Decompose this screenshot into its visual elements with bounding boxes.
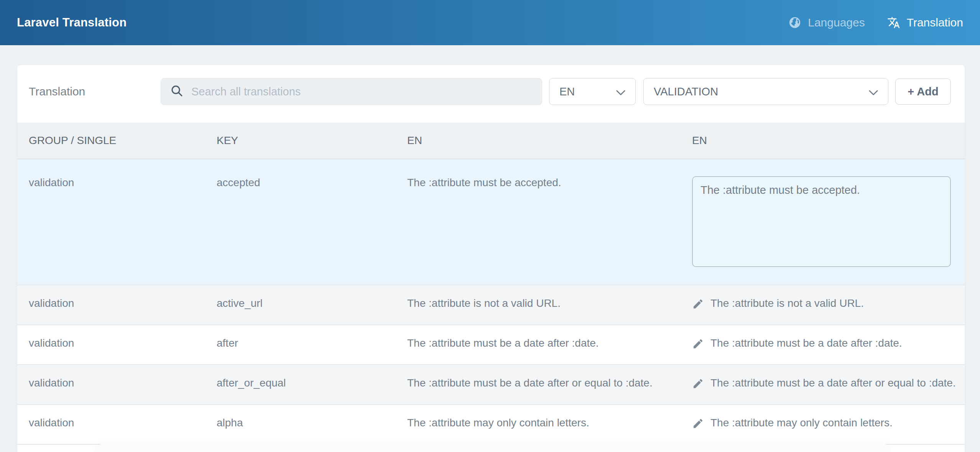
translate-icon: [887, 16, 900, 29]
pencil-icon[interactable]: [692, 378, 704, 393]
add-button[interactable]: + Add: [895, 79, 951, 105]
nav-link-label: Languages: [808, 16, 865, 29]
header-source-lang: EN: [396, 123, 681, 159]
cell-source[interactable]: The :attribute must be a date after or e…: [396, 365, 681, 405]
table-row[interactable]: validation active_url The :attribute is …: [17, 285, 965, 325]
cell-group[interactable]: validation: [17, 325, 205, 365]
cell-source[interactable]: The :attribute is not a valid URL.: [396, 285, 681, 325]
table-body: validation accepted The :attribute must …: [17, 159, 965, 444]
cell-key[interactable]: after_or_equal: [205, 365, 396, 405]
search-icon: [170, 84, 184, 99]
translation-view[interactable]: The :attribute is not a valid URL.: [692, 297, 965, 313]
search-box[interactable]: [161, 78, 542, 105]
translation-textarea[interactable]: [692, 176, 951, 267]
toolbar: Translation EN VALIDATION + Add: [17, 65, 965, 123]
navbar: Laravel Translation Languages Translatio…: [0, 0, 980, 45]
cell-group[interactable]: validation: [17, 365, 205, 405]
translations-table: GROUP / SINGLE KEY EN EN validation acce…: [17, 123, 965, 445]
header-group-single: GROUP / SINGLE: [17, 123, 205, 159]
translation-text: The :attribute must be a date after or e…: [710, 377, 956, 390]
table-row[interactable]: validation after The :attribute must be …: [17, 325, 965, 365]
table-header-row: GROUP / SINGLE KEY EN EN: [17, 123, 965, 159]
language-select[interactable]: EN: [549, 78, 636, 105]
pencil-icon[interactable]: [692, 298, 704, 313]
pencil-icon[interactable]: [692, 418, 704, 432]
translation-view[interactable]: The :attribute must be a date after :dat…: [692, 337, 965, 353]
nav-link-translation[interactable]: Translation: [887, 16, 963, 29]
cell-group[interactable]: validation: [17, 285, 205, 325]
add-button-label: + Add: [908, 85, 938, 98]
translation-view[interactable]: The :attribute must be a date after or e…: [692, 377, 965, 393]
app-title: Laravel Translation: [17, 16, 127, 29]
pencil-icon[interactable]: [692, 338, 704, 353]
translation-text: The :attribute may only contain letters.: [710, 416, 893, 429]
chevron-down-icon: [616, 85, 625, 98]
page-title: Translation: [29, 85, 161, 98]
translation-text: The :attribute must be a date after :dat…: [710, 337, 902, 350]
cell-source[interactable]: The :attribute must be a date after :dat…: [396, 325, 681, 365]
table-row[interactable]: validation accepted The :attribute must …: [17, 159, 965, 285]
cell-source[interactable]: The :attribute must be accepted.: [396, 159, 681, 285]
nav-link-label: Translation: [907, 16, 963, 29]
header-target-lang: EN: [681, 123, 965, 159]
cell-translation[interactable]: [681, 159, 965, 285]
translation-card: Translation EN VALIDATION + Add: [17, 65, 965, 452]
cell-key[interactable]: active_url: [205, 285, 396, 325]
cell-group[interactable]: validation: [17, 159, 205, 285]
group-select[interactable]: VALIDATION: [643, 78, 888, 105]
search-input[interactable]: [191, 85, 533, 98]
globe-icon: [788, 16, 801, 29]
cell-group[interactable]: validation: [17, 405, 205, 444]
translation-text: The :attribute is not a valid URL.: [710, 297, 864, 310]
group-select-value: VALIDATION: [654, 85, 718, 98]
header-key: KEY: [205, 123, 396, 159]
language-select-value: EN: [559, 85, 575, 98]
cell-translation[interactable]: The :attribute is not a valid URL.: [681, 285, 965, 325]
translation-view[interactable]: The :attribute may only contain letters.: [692, 416, 965, 432]
table-row[interactable]: validation after_or_equal The :attribute…: [17, 365, 965, 405]
cell-translation[interactable]: The :attribute must be a date after :dat…: [681, 325, 965, 365]
bottom-popover-edge: [98, 443, 888, 452]
cell-translation[interactable]: The :attribute must be a date after or e…: [681, 365, 965, 405]
chevron-down-icon: [869, 85, 878, 98]
cell-key[interactable]: alpha: [205, 405, 396, 444]
cell-translation[interactable]: The :attribute may only contain letters.: [681, 405, 965, 444]
nav-link-languages[interactable]: Languages: [788, 16, 865, 29]
table-row[interactable]: validation alpha The :attribute may only…: [17, 405, 965, 444]
navbar-links: Languages Translation: [788, 16, 963, 29]
cell-source[interactable]: The :attribute may only contain letters.: [396, 405, 681, 444]
cell-key[interactable]: accepted: [205, 159, 396, 285]
cell-key[interactable]: after: [205, 325, 396, 365]
